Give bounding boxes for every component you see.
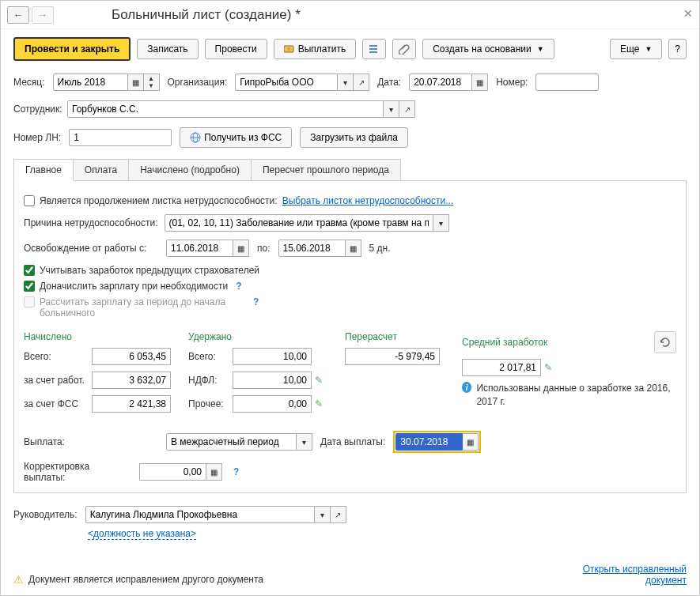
correction-input[interactable] — [139, 463, 206, 481]
nav-forward-button[interactable]: → — [32, 6, 54, 24]
dropdown-icon[interactable]: ▾ — [315, 506, 331, 523]
tab-main[interactable]: Главное — [13, 159, 74, 181]
date-to-input[interactable] — [278, 240, 346, 257]
days-label: 5 дн. — [369, 243, 391, 254]
recalc-header: Перерасчет — [345, 331, 456, 342]
calc-before-checkbox — [24, 296, 35, 307]
open-icon[interactable]: ↗ — [354, 74, 369, 91]
dropdown-icon[interactable]: ▾ — [297, 433, 312, 451]
money-icon — [284, 44, 295, 54]
date-label: Дата: — [377, 77, 401, 88]
month-label: Месяц: — [13, 77, 45, 88]
spinner-icon[interactable]: ▲▼ — [144, 74, 160, 91]
help-icon[interactable]: ? — [253, 296, 259, 307]
help-icon[interactable]: ? — [236, 281, 241, 292]
open-icon[interactable]: ↗ — [331, 506, 346, 523]
ndfl-label: НДФЛ: — [188, 375, 233, 386]
create-based-button[interactable]: Создать на основании ▼ — [422, 39, 554, 59]
payment-label: Выплата: — [24, 436, 158, 447]
svg-rect-3 — [369, 48, 377, 50]
date-from-input[interactable] — [166, 240, 233, 257]
employer-label: за счет работ. — [24, 375, 92, 386]
get-fss-button[interactable]: Получить из ФСС — [180, 127, 292, 148]
tab-recalc[interactable]: Пересчет прошлого периода — [251, 159, 401, 180]
svg-rect-2 — [369, 45, 377, 47]
warning-icon: ⚠ — [13, 573, 24, 586]
tab-accrued[interactable]: Начислено (подробно) — [128, 159, 252, 180]
reason-input[interactable] — [165, 214, 433, 232]
avg-input[interactable] — [462, 359, 541, 376]
continuation-checkbox[interactable] — [24, 195, 35, 206]
pencil-icon[interactable]: ✎ — [315, 375, 323, 386]
ln-input[interactable] — [69, 129, 172, 146]
info-text: Использованы данные о заработке за 2016,… — [476, 382, 676, 409]
ln-label: Номер ЛН: — [13, 132, 61, 143]
calendar-icon[interactable]: ▦ — [463, 433, 479, 451]
payment-date-label: Дата выплаты: — [320, 436, 385, 447]
dropdown-icon[interactable]: ▾ — [433, 214, 449, 232]
payment-input[interactable] — [166, 433, 297, 451]
calendar-icon[interactable]: ▦ — [233, 240, 249, 257]
recalc-input[interactable] — [345, 348, 440, 365]
chevron-down-icon: ▼ — [537, 45, 544, 53]
calc-icon[interactable]: ▦ — [206, 463, 222, 481]
open-corrected-link[interactable]: Открыть исправленный документ — [576, 564, 687, 586]
open-icon[interactable]: ↗ — [399, 100, 415, 118]
svg-rect-4 — [369, 51, 377, 53]
position-link[interactable]: <должность не указана> — [88, 528, 196, 540]
other-input[interactable] — [233, 395, 312, 413]
dropdown-icon[interactable]: ▾ — [338, 74, 354, 91]
close-icon[interactable]: ✕ — [683, 7, 693, 20]
refresh-icon — [659, 336, 672, 349]
correction-label: Корректировка выплаты: — [24, 461, 131, 483]
help-button[interactable]: ? — [668, 39, 687, 59]
accrue-salary-checkbox[interactable] — [24, 281, 35, 292]
calendar-icon[interactable]: ▦ — [472, 74, 488, 91]
dropdown-icon[interactable]: ▾ — [384, 100, 399, 118]
globe-icon — [190, 132, 201, 143]
employee-input[interactable] — [67, 100, 384, 118]
month-input[interactable] — [53, 74, 128, 91]
info-icon: i — [462, 382, 471, 393]
paperclip-icon — [399, 43, 410, 55]
continuation-label: Является продолжением листка нетрудоспос… — [40, 195, 278, 206]
calendar-icon[interactable]: ▦ — [346, 240, 361, 257]
warning-text: Документ является исправлением другого д… — [28, 574, 263, 585]
help-icon[interactable]: ? — [233, 466, 239, 477]
number-input[interactable] — [535, 74, 599, 91]
list-button[interactable] — [362, 39, 386, 59]
manager-input[interactable] — [85, 506, 315, 523]
employer-input[interactable] — [92, 372, 171, 389]
save-button[interactable]: Записать — [137, 39, 198, 59]
total-withheld-input[interactable] — [233, 348, 312, 365]
post-button[interactable]: Провести — [205, 39, 267, 59]
fss-input[interactable] — [92, 395, 171, 413]
post-and-close-button[interactable]: Провести и закрыть — [13, 37, 131, 61]
withheld-header: Удержано — [188, 331, 339, 342]
refresh-button[interactable] — [654, 331, 676, 353]
tab-payment[interactable]: Оплата — [73, 159, 129, 180]
nav-back-button[interactable]: ← — [7, 6, 29, 24]
attach-button[interactable] — [392, 39, 416, 59]
pay-button[interactable]: Выплатить — [274, 39, 357, 59]
list-icon — [369, 43, 380, 55]
load-file-button[interactable]: Загрузить из файла — [300, 127, 408, 148]
reason-label: Причина нетрудоспособности: — [24, 217, 158, 228]
total-label: Всего: — [24, 351, 92, 362]
payment-date-input[interactable] — [395, 433, 463, 451]
select-sheet-link[interactable]: Выбрать листок нетрудоспособности... — [282, 195, 454, 206]
pencil-icon[interactable]: ✎ — [315, 398, 323, 409]
more-button[interactable]: Еще ▼ — [610, 39, 662, 59]
date-input[interactable] — [409, 74, 472, 91]
calendar-icon[interactable]: ▦ — [128, 74, 144, 91]
ndfl-input[interactable] — [233, 372, 312, 389]
chevron-down-icon: ▼ — [645, 45, 652, 53]
total-accrued-input[interactable] — [92, 348, 171, 365]
accrue-salary-label: Доначислить зарплату при необходимости — [40, 281, 228, 292]
prev-insurers-checkbox[interactable] — [24, 265, 35, 276]
employee-label: Сотрудник: — [13, 104, 59, 115]
calc-before-label: Рассчитать зарплату за период до начала … — [40, 296, 245, 319]
total-label-2: Всего: — [188, 351, 233, 362]
org-input[interactable] — [235, 74, 338, 91]
pencil-icon[interactable]: ✎ — [544, 362, 552, 373]
